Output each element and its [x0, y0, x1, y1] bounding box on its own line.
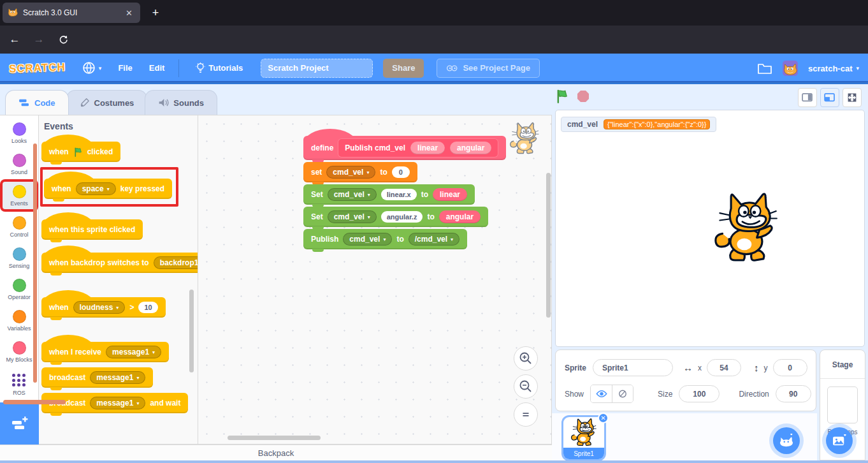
scratch-logo[interactable]: SCRATCH — [9, 61, 66, 75]
block-publish-cmd-vel[interactable]: Publishcmd_vel▾to/cmd_vel▾ — [303, 229, 467, 249]
backpack-bar[interactable]: Backpack — [0, 445, 552, 460]
hide-sprite-button[interactable] — [612, 385, 633, 402]
message-dropdown[interactable]: message1▾ — [90, 397, 145, 409]
reload-button[interactable] — [54, 30, 73, 49]
small-stage-button[interactable] — [798, 88, 817, 107]
fullscreen-button[interactable] — [843, 88, 862, 107]
block-when-flag-clicked[interactable]: whenclicked — [41, 142, 120, 162]
variable-dropdown[interactable]: cmd_vel▾ — [326, 166, 375, 179]
block-text: Publish — [311, 235, 338, 244]
block-when-i-receive[interactable]: when I receivemessage1▾ — [41, 342, 169, 362]
threshold-input[interactable]: 10 — [138, 302, 157, 313]
block-text: when — [52, 184, 71, 193]
sensor-dropdown[interactable]: loudness▾ — [73, 301, 126, 314]
green-flag-button[interactable] — [555, 89, 569, 106]
canvas-h-scrollbar[interactable] — [228, 436, 321, 440]
stop-button[interactable] — [577, 90, 590, 105]
block-when-loudness[interactable]: whenloudness▾>10 — [41, 297, 166, 318]
field-input[interactable]: linear.x — [381, 189, 417, 200]
msg-dropdown[interactable]: cmd_vel▾ — [328, 210, 377, 223]
block-define-publish-cmd-vel[interactable]: definePublish cmd_vellinearangular — [303, 136, 506, 160]
message-dropdown[interactable]: message1▾ — [90, 371, 145, 384]
block-set-cmd-vel-linear-x[interactable]: Setcmd_vel▾linear.xtolinear — [303, 184, 475, 205]
stage[interactable]: cmd_vel {"linear":{"x":0},"angular":{"z"… — [555, 110, 865, 347]
back-button[interactable]: ← — [5, 30, 24, 49]
add-extension-icon — [11, 416, 28, 431]
see-project-page-button[interactable]: See Project Page — [437, 59, 540, 78]
stage-sprite-cat[interactable] — [713, 191, 779, 265]
value-input[interactable]: 0 — [392, 166, 410, 178]
tab-code[interactable]: Code — [5, 90, 69, 115]
browser-tab[interactable]: Scratch 3.0 GUI ✕ — [3, 3, 140, 23]
zoom-out-button[interactable] — [514, 374, 538, 399]
category-operator-label: Operator — [3, 294, 36, 300]
show-sprite-button[interactable] — [591, 385, 612, 402]
category-scrollbar[interactable] — [33, 143, 37, 383]
message-dropdown[interactable]: message1▾ — [106, 346, 161, 358]
block-text: clicked — [87, 147, 113, 156]
size-input[interactable] — [679, 385, 720, 402]
edit-menu[interactable]: Edit — [149, 63, 165, 73]
chevron-down-icon: ▾ — [451, 237, 453, 242]
category-variables[interactable]: Variables — [3, 307, 36, 334]
add-backdrop-button[interactable] — [826, 427, 853, 454]
monitor-value: {"linear":{"x":0},"angular":{"z":0}} — [604, 119, 710, 129]
share-button[interactable]: Share — [383, 59, 424, 78]
account-menu[interactable]: scratch-cat ▾ — [808, 64, 859, 73]
category-sound[interactable]: Sound — [3, 151, 36, 178]
zoom-reset-button[interactable] — [514, 402, 538, 427]
menubar-divider — [178, 59, 179, 77]
delete-sprite-icon[interactable]: ✕ — [598, 413, 609, 423]
tab-close-icon[interactable]: ✕ — [123, 8, 135, 18]
folder-icon[interactable] — [757, 62, 772, 75]
add-sprite-button[interactable] — [773, 427, 800, 454]
tutorials-menu[interactable]: Tutorials — [196, 62, 243, 74]
block-when-backdrop-switches[interactable]: when backdrop switches tobackdrop1▾ — [41, 253, 198, 273]
block-broadcast[interactable]: broadcastmessage1▾ — [41, 367, 153, 388]
field-input[interactable]: angular.z — [381, 211, 423, 223]
msg-dropdown[interactable]: cmd_vel▾ — [328, 188, 377, 201]
block-set-cmd-vel-angular-z[interactable]: Setcmd_vel▾angular.ztoangular — [303, 207, 488, 227]
backdrop-thumbnail[interactable] — [827, 386, 858, 423]
msg-dropdown[interactable]: cmd_vel▾ — [343, 233, 392, 246]
canvas-v-scrollbar[interactable] — [546, 173, 551, 318]
category-looks[interactable]: Looks — [3, 119, 36, 147]
block-set-cmd-vel-to-0[interactable]: setcmd_vel▾to0 — [303, 162, 417, 182]
variable-monitor[interactable]: cmd_vel {"linear":{"x":0},"angular":{"z"… — [561, 117, 716, 132]
zoom-in-button[interactable] — [514, 346, 538, 371]
avatar[interactable] — [783, 61, 798, 76]
x-input[interactable] — [707, 359, 741, 376]
sprite-name-input[interactable] — [593, 359, 673, 376]
palette-h-scrollbar[interactable] — [3, 400, 66, 404]
sprite-tile-sprite1[interactable]: ✕ Sprite1 — [563, 417, 604, 459]
y-input[interactable] — [773, 359, 807, 376]
category-list: LooksSoundEventsControlSensingOperatorVa… — [0, 119, 38, 399]
block-when-sprite-clicked[interactable]: when this sprite clicked — [41, 219, 143, 240]
tab-sounds[interactable]: Sounds — [145, 90, 217, 115]
block-text: > — [129, 303, 134, 312]
category-operator[interactable]: Operator — [3, 276, 36, 303]
topic-dropdown[interactable]: /cmd_vel▾ — [409, 233, 459, 246]
backdrop-dropdown[interactable]: backdrop1▾ — [154, 256, 198, 269]
key-dropdown[interactable]: space▾ — [76, 182, 116, 195]
code-canvas[interactable]: definePublish cmd_vellinearangularsetcmd… — [198, 115, 552, 445]
category-ros[interactable]: ROS — [3, 369, 36, 399]
file-menu[interactable]: File — [118, 63, 132, 73]
small-stage-icon — [802, 93, 813, 102]
tab-costumes[interactable]: Costumes — [66, 90, 148, 115]
lightbulb-icon — [196, 62, 205, 74]
language-selector[interactable]: ▾ — [82, 61, 102, 75]
block-when-key-pressed[interactable]: whenspace▾key pressed — [44, 179, 172, 199]
category-my-blocks[interactable]: My Blocks — [3, 338, 36, 365]
project-name-input[interactable] — [261, 59, 373, 78]
category-sensing[interactable]: Sensing — [3, 244, 36, 272]
category-events[interactable]: Events — [3, 182, 36, 209]
direction-input[interactable] — [776, 385, 811, 402]
category-control[interactable]: Control — [3, 213, 36, 240]
new-tab-button[interactable]: + — [148, 5, 163, 20]
large-stage-button[interactable] — [820, 88, 839, 107]
palette-scrollbar[interactable] — [189, 290, 194, 372]
monitor-label: cmd_vel — [567, 120, 598, 129]
add-extension-button[interactable] — [0, 402, 39, 445]
forward-button[interactable]: → — [29, 30, 48, 49]
